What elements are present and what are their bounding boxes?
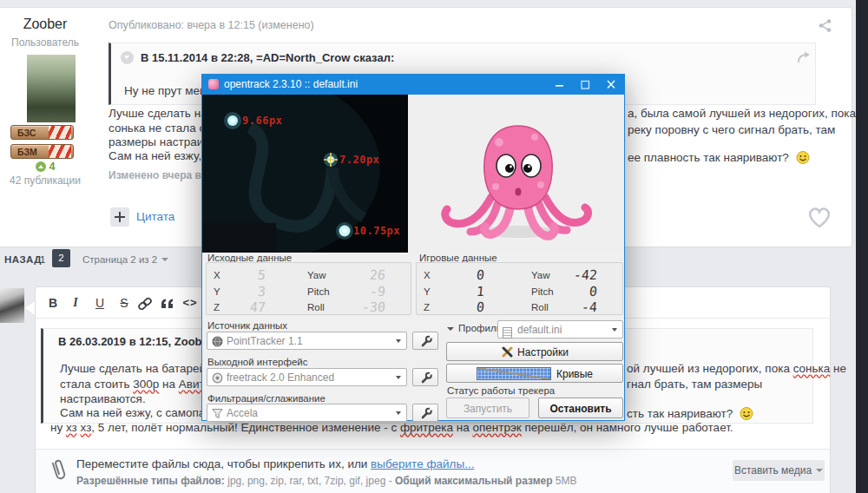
tracker-source-select[interactable]: PointTracker 1.1 — [207, 332, 407, 350]
camera-preview: 9.66px 7.20px 10.75px — [202, 95, 408, 253]
reply-arrow-icon[interactable] — [797, 51, 812, 63]
published-timestamp: Опубликовано: вчера в 12:15 (изменено) — [108, 19, 314, 31]
filter-select[interactable]: Accela — [207, 404, 407, 422]
profile-value: default.ini — [517, 324, 562, 336]
axis-label: Yaw — [307, 270, 326, 280]
editor-quote-line: настраиваются. — [60, 392, 146, 405]
opentrack-window[interactable]: opentrack 2.3.10 :: default.ini — [201, 74, 625, 421]
profile-menu-caret-icon[interactable] — [447, 327, 454, 331]
profile-select[interactable]: default.ini — [497, 320, 623, 339]
curves-button[interactable]: Кривые — [446, 364, 623, 383]
choose-files-link[interactable]: выберите файлы... — [371, 457, 474, 470]
source-pitch-value: -9 — [336, 284, 386, 299]
post-text-line: ее плавность так наяривают? — [628, 150, 810, 164]
badge-bzm: БЗМ — [10, 144, 74, 159]
posts-count: 42 публикации — [0, 174, 90, 187]
attach-instructions: Переместите файлы сюда, чтобы прикрепить… — [76, 457, 474, 470]
settings-button[interactable]: Настройки — [446, 342, 623, 361]
post-text-line: реку поровну с чего сигнал брать, там — [628, 123, 835, 136]
code-button[interactable]: <> — [180, 293, 201, 312]
curve-preview-icon — [477, 367, 551, 380]
axis-label: Pitch — [307, 286, 330, 297]
axis-label: Pitch — [531, 286, 554, 297]
output-settings-button[interactable] — [412, 368, 438, 386]
chevron-down-icon — [612, 328, 617, 332]
wrench-icon — [420, 407, 432, 419]
freetrack-icon — [212, 372, 223, 384]
attachment-dropzone[interactable]: Переместите файлы сюда, чтобы прикрепить… — [36, 449, 830, 493]
point-size-label: 7.20px — [339, 154, 379, 166]
like-heart-icon[interactable] — [806, 204, 833, 230]
pose-octopus-panel — [408, 95, 624, 253]
insert-media-button[interactable]: Вставить медиа — [733, 460, 825, 481]
author-name[interactable]: Zoober — [0, 16, 90, 32]
stop-button[interactable]: Остановить — [538, 398, 623, 418]
opentrack-app-icon — [208, 79, 219, 89]
italic-button[interactable]: I — [65, 293, 86, 312]
reply-text[interactable]: ну хз хз, 5 лет, полёт нормальный! Единс… — [50, 421, 733, 434]
tools-icon — [501, 346, 514, 358]
tracker-video-area: 9.66px 7.20px 10.75px — [202, 95, 624, 253]
editor-quote-line: сть так наяривают? — [627, 406, 753, 420]
strikethrough-button[interactable]: S — [114, 293, 135, 312]
start-button[interactable]: Запустить — [446, 398, 529, 418]
source-yaw-value: 26 — [336, 267, 386, 283]
output-interface-select[interactable]: freetrack 2.0 Enhanced — [207, 368, 407, 386]
badge-stripes-icon — [49, 126, 71, 140]
tracker-settings-button[interactable] — [412, 332, 438, 350]
pagination-page-2-active[interactable]: 2 — [52, 249, 70, 267]
screen: Zoober Пользователь БЗС БЗМ 4 42 публика… — [0, 0, 868, 493]
minimize-button[interactable] — [546, 75, 572, 95]
pagination-back[interactable]: НАЗАД — [4, 254, 42, 265]
bold-button[interactable]: B — [43, 293, 63, 312]
link-button[interactable] — [135, 293, 155, 312]
pagination-page-1[interactable]: 1 — [40, 254, 45, 265]
file-icon — [503, 325, 516, 340]
reputation[interactable]: 4 — [0, 161, 90, 173]
editor-pointer — [25, 301, 35, 315]
axis-label: Roll — [307, 302, 325, 312]
desktop-background-strip — [856, 0, 868, 493]
collapse-quote-icon[interactable] — [121, 51, 134, 64]
game-roll-value: -4 — [555, 299, 598, 315]
quote-button[interactable]: Цитата — [136, 210, 174, 223]
current-user-avatar[interactable] — [0, 288, 24, 323]
underline-button[interactable]: U — [89, 293, 110, 312]
axis-label: Z — [424, 302, 430, 312]
reputation-up-icon — [36, 161, 46, 172]
quote-format-button[interactable] — [157, 293, 178, 312]
close-button[interactable] — [598, 75, 624, 95]
point-size-label: 9.66px — [242, 115, 282, 127]
source-z-value: 47 — [220, 299, 266, 315]
quotation-icon — [161, 299, 174, 311]
window-titlebar[interactable]: opentrack 2.3.10 :: default.ini — [202, 75, 624, 95]
badge-bzs-label: БЗС — [17, 128, 36, 138]
pagination-label[interactable]: Страница 2 из 2 — [82, 254, 168, 265]
wrench-icon — [420, 371, 432, 384]
axis-label: Roll — [531, 302, 549, 312]
share-icon[interactable] — [818, 18, 832, 33]
wrench-icon — [420, 335, 432, 347]
editor-quote-line: ой лучшей из недорогих, пока сонька не — [627, 362, 846, 375]
multiquote-button[interactable] — [110, 207, 129, 227]
chevron-down-icon — [816, 469, 823, 472]
filter-settings-button[interactable] — [412, 404, 438, 422]
game-data-groupbox: X 0 Yaw -42 Y 1 Pitch 0 Z 0 Roll -4 — [416, 262, 623, 315]
axis-label: X — [214, 270, 220, 280]
maximize-button[interactable] — [572, 75, 598, 95]
paperclip-icon — [49, 458, 69, 484]
octopus-image — [408, 95, 624, 253]
filter-value: Accela — [227, 407, 258, 419]
quote-header: В 15.11.2014 в 22:28, =AD=North_Crow ска… — [141, 51, 394, 64]
author-role: Пользователь — [0, 36, 90, 49]
editor-quote-line: гнал брать, там размеры — [627, 378, 762, 391]
tracker-source-value: PointTracker 1.1 — [227, 335, 303, 347]
badge-bzm-label: БЗМ — [17, 147, 37, 157]
author-avatar[interactable] — [27, 55, 76, 122]
smiley-icon — [740, 406, 753, 420]
chevron-down-icon — [161, 258, 168, 261]
chevron-down-icon — [396, 339, 401, 343]
axis-label: Z — [214, 302, 220, 312]
output-interface-value: freetrack 2.0 Enhanced — [227, 371, 334, 384]
badge-bzs: БЗС — [10, 125, 74, 140]
